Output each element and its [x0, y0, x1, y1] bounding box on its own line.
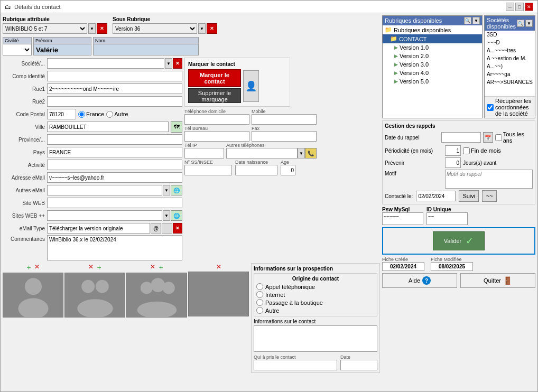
tree-item-v4[interactable]: ▶ Version 4.0: [383, 69, 482, 77]
photo1-remove-btn[interactable]: ✕: [34, 263, 40, 272]
nss-input[interactable]: [184, 165, 232, 175]
site-web-input[interactable]: [47, 198, 182, 208]
societe-item-7[interactable]: AR~~>SURANCES: [485, 78, 535, 86]
ville-input[interactable]: RAMBOUILLET: [47, 122, 169, 132]
societe-item-5[interactable]: A...~~): [485, 62, 535, 70]
date-naissance-input[interactable]: [235, 165, 277, 175]
radio-passage-input[interactable]: [256, 299, 263, 306]
tel-domicile-input[interactable]: [184, 114, 249, 125]
radio-internet-input[interactable]: [256, 291, 263, 298]
fax-input[interactable]: [252, 131, 317, 142]
photo3-add-btn[interactable]: +: [159, 263, 163, 272]
adresse-email-input[interactable]: v~~~~~s~les@yahoo.fr: [47, 172, 182, 183]
autres-telephones-input[interactable]: [226, 148, 298, 158]
tous-les-ans-checkbox[interactable]: [495, 134, 502, 141]
societes-dropdown-btn[interactable]: ▼: [525, 20, 533, 27]
aide-btn[interactable]: Aide ?: [382, 273, 457, 288]
rubrique-select[interactable]: WINBIBLIO 5 et 7: [3, 23, 87, 34]
autres-email-dropdown-btn[interactable]: ▼: [163, 185, 170, 195]
autres-email-add-btn[interactable]: 🌐: [171, 185, 182, 195]
recuperer-checkbox[interactable]: [487, 104, 494, 111]
suivi-btn[interactable]: Suivi: [459, 190, 479, 202]
contacte-input[interactable]: 02/02/2024: [416, 191, 456, 201]
sous-rubrique-clear-btn[interactable]: ✕: [207, 23, 217, 34]
photo2-add-btn[interactable]: +: [97, 263, 101, 272]
tree-item-v5[interactable]: ▶ Version 5.0: [383, 77, 482, 86]
sous-rubrique-select[interactable]: Version 36: [113, 23, 197, 34]
tree-item-v2[interactable]: ▶ Version 2.0: [383, 52, 482, 60]
photo3-remove-btn[interactable]: ✕: [150, 263, 155, 272]
tree-item-rubriques[interactable]: 📁 Rubriques disponibles: [383, 25, 482, 34]
date-rappel-input[interactable]: [441, 132, 481, 143]
tel-ip-input[interactable]: [184, 148, 224, 158]
nom-input[interactable]: [93, 44, 199, 55]
date-pris-input[interactable]: [340, 360, 377, 370]
prenom-input[interactable]: Valérie: [33, 44, 91, 55]
sites-web-plus-dropdown-btn[interactable]: ▼: [163, 210, 170, 221]
quitter-btn[interactable]: Quitter 🚪: [460, 273, 535, 288]
suivi-icon-btn[interactable]: ~~: [482, 190, 497, 202]
valider-btn[interactable]: Valider ✓: [433, 231, 485, 250]
rubriques-search-btn[interactable]: 🔍: [464, 17, 471, 24]
fin-de-mois-checkbox[interactable]: [463, 147, 470, 154]
tree-item-v1[interactable]: ▶ Version 1.0: [383, 43, 482, 52]
email-type-clear-btn[interactable]: ✕: [173, 223, 182, 234]
societe-input[interactable]: [47, 58, 164, 69]
tree-item-v3[interactable]: ▶ Version 3.0: [383, 60, 482, 69]
societe-item-4[interactable]: A ~~estion de M.: [485, 54, 535, 62]
supprimer-marquage-btn[interactable]: Supprimer le marquage: [188, 88, 241, 103]
photo1-add-btn[interactable]: +: [26, 263, 31, 272]
marquer-btn[interactable]: Marquer le contact: [188, 69, 241, 87]
sous-rubrique-dropdown-btn[interactable]: ▼: [198, 23, 206, 34]
radio-autre-input[interactable]: [256, 307, 263, 314]
prevenir-input[interactable]: 0: [445, 157, 461, 168]
commentaires-textarea[interactable]: WinBiblio 36.x le 02/02/2024: [47, 235, 182, 260]
france-radio[interactable]: [78, 111, 85, 118]
photo-group-3: ✕ +: [126, 263, 187, 373]
sites-web-plus-input[interactable]: [47, 210, 162, 221]
rubrique-dropdown-btn[interactable]: ▼: [88, 23, 96, 34]
pays-input[interactable]: FRANCE: [47, 147, 182, 157]
rue1-input[interactable]: 2~~~~~~~~~~ond M~~~~~ire: [47, 83, 182, 94]
rubrique-clear-btn[interactable]: ✕: [97, 23, 107, 34]
qui-input[interactable]: [254, 360, 337, 370]
img-btn[interactable]: [162, 223, 172, 234]
societe-dropdown-btn[interactable]: ▼: [165, 58, 172, 69]
rue2-input[interactable]: [47, 96, 182, 107]
activite-input[interactable]: [47, 160, 182, 170]
email-type-input[interactable]: Télécharger la version originale: [47, 223, 150, 234]
maximize-button[interactable]: □: [515, 3, 524, 11]
civilite-select[interactable]: [3, 44, 32, 55]
photo2-remove-btn[interactable]: ✕: [88, 263, 94, 272]
comp-identite-input[interactable]: [47, 71, 182, 81]
periodicite-input[interactable]: 1: [445, 145, 461, 156]
motif-textarea[interactable]: [445, 170, 533, 189]
photo4-remove-btn[interactable]: ✕: [216, 263, 221, 270]
province-input[interactable]: [47, 134, 182, 145]
sites-web-plus-go-btn[interactable]: 🌐: [171, 210, 182, 221]
code-postal-input[interactable]: 78120: [47, 109, 76, 119]
date-rappel-calendar-btn[interactable]: 📅: [483, 132, 493, 143]
autres-email-input[interactable]: [47, 185, 162, 195]
radio-appel-input[interactable]: [256, 283, 263, 290]
close-button[interactable]: ✕: [525, 3, 533, 11]
societes-search-btn[interactable]: 🔍: [517, 20, 524, 27]
rubrique-label: Rubrique attribuée: [3, 16, 107, 22]
rubriques-dropdown-btn[interactable]: ▼: [472, 17, 480, 24]
map-btn[interactable]: 🗺: [171, 121, 182, 133]
societe-clear-btn[interactable]: ✕: [173, 58, 182, 69]
phone-action-btn[interactable]: 📞: [305, 148, 317, 158]
info-contact-textarea[interactable]: [254, 325, 377, 352]
mobile-input[interactable]: [252, 114, 317, 125]
societe-item-6[interactable]: Ar~~~~ga: [485, 70, 535, 78]
tree-item-contact[interactable]: 📁 CONTACT: [383, 34, 482, 43]
at-btn[interactable]: @: [151, 223, 161, 234]
autres-tel-dropdown-btn[interactable]: ▼: [298, 148, 305, 158]
societe-item-1[interactable]: 3SD: [485, 31, 535, 39]
societe-item-2[interactable]: ~~~D: [485, 39, 535, 46]
tel-bureau-input[interactable]: [184, 131, 249, 142]
autre-radio[interactable]: [106, 111, 113, 118]
minimize-button[interactable]: ─: [506, 3, 514, 11]
societe-item-3[interactable]: A...~~~~tres: [485, 46, 535, 54]
age-input[interactable]: 0: [281, 165, 295, 175]
